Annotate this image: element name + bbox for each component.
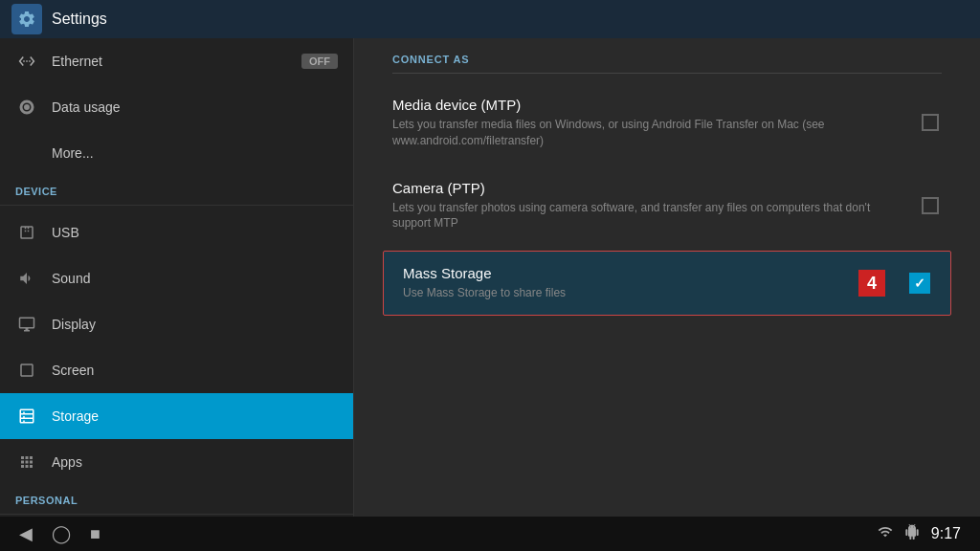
back-button[interactable]: ◀ bbox=[19, 523, 33, 544]
ptp-desc: Lets you transfer photos using camera so… bbox=[392, 200, 903, 232]
usb-icon bbox=[15, 221, 38, 244]
mtp-checkbox-empty bbox=[922, 114, 939, 131]
mass-storage-title: Mass Storage bbox=[403, 265, 858, 281]
connect-as-label: CONNECT AS bbox=[354, 38, 980, 73]
mass-storage-desc: Use Mass Storage to share files bbox=[403, 285, 858, 301]
ptp-checkbox[interactable] bbox=[919, 194, 942, 217]
screen-label: Screen bbox=[52, 363, 94, 378]
ethernet-icon bbox=[15, 50, 38, 73]
option-mass-storage[interactable]: Mass Storage Use Mass Storage to share f… bbox=[383, 251, 951, 316]
sound-label: Sound bbox=[52, 271, 90, 286]
top-bar: Settings bbox=[0, 0, 980, 38]
network-icon bbox=[878, 524, 893, 543]
sidebar-item-usb[interactable]: USB bbox=[0, 209, 353, 255]
sound-icon bbox=[15, 267, 38, 290]
section-divider bbox=[392, 73, 942, 74]
sidebar-item-apps[interactable]: Apps bbox=[0, 439, 353, 485]
content-panel: CONNECT AS Media device (MTP) Lets you t… bbox=[354, 38, 980, 517]
device-section-label: DEVICE bbox=[0, 176, 353, 201]
mass-storage-text: Mass Storage Use Mass Storage to share f… bbox=[403, 265, 858, 301]
sidebar-item-more[interactable]: More... bbox=[0, 130, 353, 176]
status-area: 9:17 bbox=[878, 524, 961, 543]
ethernet-toggle[interactable]: OFF bbox=[301, 54, 338, 69]
sidebar-item-screen[interactable]: Screen bbox=[0, 347, 353, 393]
main-layout: Ethernet OFF Data usage More... DEVICE bbox=[0, 38, 980, 517]
data-usage-icon bbox=[15, 96, 38, 119]
mass-storage-checkbox[interactable]: ✓ bbox=[908, 272, 931, 295]
storage-icon bbox=[15, 405, 38, 428]
mtp-checkbox[interactable] bbox=[919, 111, 942, 134]
mtp-desc: Lets you transfer media files on Windows… bbox=[392, 117, 903, 149]
more-icon bbox=[15, 142, 38, 165]
display-icon bbox=[15, 313, 38, 336]
home-button[interactable]: ◯ bbox=[52, 523, 71, 544]
number-badge: 4 bbox=[858, 270, 885, 297]
time: 9:17 bbox=[931, 525, 961, 542]
storage-label: Storage bbox=[52, 408, 99, 424]
device-divider bbox=[0, 205, 353, 206]
mtp-title: Media device (MTP) bbox=[392, 97, 903, 113]
recents-button[interactable]: ■ bbox=[90, 524, 100, 544]
data-usage-label: Data usage bbox=[52, 99, 121, 115]
apps-label: Apps bbox=[52, 454, 82, 470]
screen-icon bbox=[15, 359, 38, 382]
ptp-checkbox-empty bbox=[922, 197, 939, 214]
bottom-bar: ◀ ◯ ■ 9:17 bbox=[0, 517, 980, 551]
ptp-text: Camera (PTP) Lets you transfer photos us… bbox=[392, 180, 903, 232]
option-ptp[interactable]: Camera (PTP) Lets you transfer photos us… bbox=[354, 165, 980, 248]
checkbox-checked: ✓ bbox=[909, 273, 930, 294]
sidebar-item-ethernet[interactable]: Ethernet OFF bbox=[0, 38, 353, 84]
sidebar-item-data-usage[interactable]: Data usage bbox=[0, 84, 353, 130]
sidebar-item-display[interactable]: Display bbox=[0, 301, 353, 347]
personal-divider bbox=[0, 514, 353, 515]
option-mtp[interactable]: Media device (MTP) Lets you transfer med… bbox=[354, 81, 980, 165]
ptp-title: Camera (PTP) bbox=[392, 180, 903, 196]
android-icon bbox=[904, 524, 920, 543]
personal-section-label: PERSONAL bbox=[0, 485, 353, 510]
ethernet-label: Ethernet bbox=[52, 54, 102, 69]
display-label: Display bbox=[52, 317, 96, 332]
checkmark: ✓ bbox=[914, 276, 925, 291]
sidebar-item-sound[interactable]: Sound bbox=[0, 255, 353, 301]
app-icon bbox=[11, 4, 42, 34]
apps-icon bbox=[15, 451, 38, 474]
app-title: Settings bbox=[52, 11, 107, 28]
more-label: More... bbox=[52, 145, 94, 161]
mtp-text: Media device (MTP) Lets you transfer med… bbox=[392, 97, 903, 149]
sidebar-item-storage[interactable]: Storage bbox=[0, 393, 353, 439]
sidebar: Ethernet OFF Data usage More... DEVICE bbox=[0, 38, 354, 517]
nav-buttons: ◀ ◯ ■ bbox=[19, 523, 100, 544]
usb-label: USB bbox=[52, 225, 79, 240]
